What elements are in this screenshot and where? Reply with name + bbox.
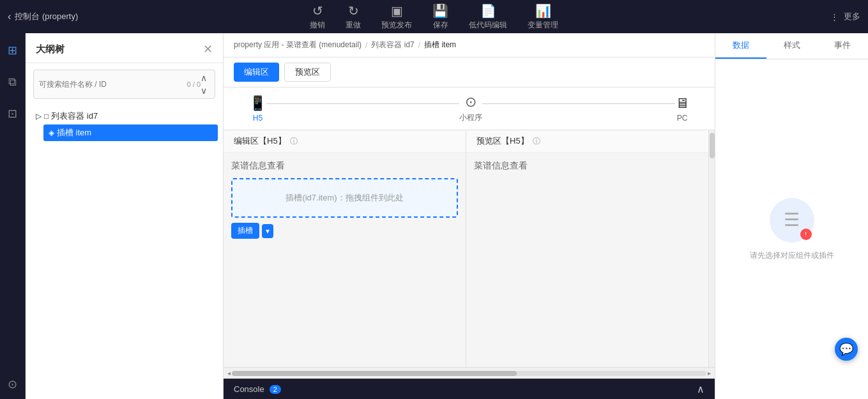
device-pc-label: PC — [677, 114, 688, 123]
outline-panel: 大纲树 ✕ 0 / 0 ∧ ∨ ▷ □ 列表容器 id7 ◈ 插槽 item — [26, 33, 224, 399]
outline-search[interactable]: 0 / 0 ∧ ∨ — [33, 70, 215, 99]
scrollbar-h-thumb — [232, 371, 517, 376]
lowcode-label: 低代码编辑 — [469, 20, 507, 31]
console-badge: 2 — [270, 385, 281, 394]
scrollbar-thumb — [710, 133, 715, 158]
empty-badge: ! — [800, 229, 812, 240]
lowcode-button[interactable]: 📄 低代码编辑 — [469, 3, 507, 31]
search-nav-down[interactable]: ∨ — [201, 86, 207, 96]
search-nav: ∧ ∨ — [201, 73, 209, 96]
undo-icon: ↺ — [312, 3, 323, 19]
scroll-right-arrow[interactable]: ▸ — [706, 370, 712, 377]
redo-label: 重做 — [346, 20, 361, 31]
slot-drop-area[interactable]: 插槽(id7.item)：拖拽组件到此处 — [231, 178, 458, 218]
empty-icon-inner: ☰ — [784, 209, 800, 230]
main-layout: ⊞ ⧉ ⊡ ⊙ 大纲树 ✕ 0 / 0 ∧ ∨ ▷ □ 列表容器 id7 ◈ — [0, 33, 868, 399]
device-miniapp-label: 小程序 — [459, 112, 482, 123]
more-icon: ⋮ — [830, 12, 839, 22]
editor-right-body: 菜谱信息查看 — [466, 153, 708, 367]
editor-scrollbar[interactable] — [708, 130, 715, 367]
float-chat-button[interactable]: 💬 — [835, 338, 858, 361]
breadcrumb-list[interactable]: 列表容器 id7 — [371, 40, 414, 50]
breadcrumb-slot: 插槽 item — [424, 40, 456, 50]
variable-label: 变量管理 — [528, 20, 558, 31]
device-connector-1 — [266, 103, 459, 104]
preview-publish-label: 预览发布 — [381, 20, 412, 31]
editor-right-header: 预览区【H5】 ⓘ — [466, 130, 708, 153]
search-input[interactable] — [39, 80, 187, 89]
app-title: 控制台 (property) — [15, 11, 78, 22]
editor-left-pane: 编辑区【H5】 ⓘ 菜谱信息查看 插槽(id7.item)：拖拽组件到此处 插槽… — [224, 130, 466, 367]
action-buttons: 编辑区 预览区 — [224, 57, 715, 87]
editor-right-info-icon[interactable]: ⓘ — [533, 136, 540, 147]
empty-state-icon: ☰ ! — [770, 198, 814, 243]
editor-wrapper: 编辑区【H5】 ⓘ 菜谱信息查看 插槽(id7.item)：拖拽组件到此处 插槽… — [224, 130, 715, 367]
more-button[interactable]: ⋮ 更多 — [830, 11, 860, 22]
tree-slot-label: 插槽 item — [57, 127, 213, 139]
preview-publish-icon: ▣ — [391, 3, 403, 19]
tree-item-list-container[interactable]: ▷ □ 列表容器 id7 — [31, 108, 218, 124]
save-button[interactable]: 💾 保存 — [432, 3, 448, 31]
outline-close-button[interactable]: ✕ — [203, 42, 213, 56]
sidebar-icon-component[interactable]: ⊞ — [5, 41, 20, 60]
editor-page-title: 菜谱信息查看 — [231, 160, 458, 172]
scroll-left-arrow[interactable]: ◂ — [226, 370, 232, 377]
device-h5-icon: 📱 — [249, 95, 266, 112]
device-connector-2 — [482, 103, 675, 104]
editor-left-header: 编辑区【H5】 ⓘ — [224, 130, 466, 153]
tree-item-label: 列表容器 id7 — [51, 110, 213, 122]
editor-left-body: 菜谱信息查看 插槽(id7.item)：拖拽组件到此处 插槽 ▾ — [224, 153, 466, 367]
outline-title: 大纲树 — [36, 43, 65, 56]
device-pc-icon: 🖥 — [675, 95, 689, 112]
outline-header: 大纲树 ✕ — [26, 33, 223, 63]
editor-left-info-icon[interactable]: ⓘ — [290, 136, 298, 147]
save-label: 保存 — [433, 20, 448, 31]
undo-button[interactable]: ↺ 撤销 — [310, 3, 325, 31]
redo-button[interactable]: ↻ 重做 — [346, 3, 361, 31]
tree-expand-icon: ▷ — [36, 112, 42, 121]
top-toolbar: ‹ 控制台 (property) ↺ 撤销 ↻ 重做 ▣ 预览发布 💾 保存 📄… — [0, 0, 868, 33]
outline-tree: ▷ □ 列表容器 id7 ◈ 插槽 item — [26, 105, 223, 399]
variable-button[interactable]: 📊 变量管理 — [528, 3, 558, 31]
preview-publish-button[interactable]: ▣ 预览发布 — [381, 3, 412, 31]
tab-event[interactable]: 事件 — [817, 33, 868, 59]
device-selector: 📱 H5 ⊙ 小程序 🖥 PC — [224, 87, 715, 130]
horizontal-scrollbar[interactable]: ◂ ▸ — [224, 367, 715, 379]
tab-style[interactable]: 样式 — [766, 33, 818, 59]
search-nav-up[interactable]: ∧ — [201, 73, 207, 83]
preview-page-title: 菜谱信息查看 — [474, 160, 701, 172]
tree-item-slot-item[interactable]: ◈ 插槽 item — [43, 124, 218, 141]
tree-component-icon: □ — [44, 112, 49, 121]
edit-area-button[interactable]: 编辑区 — [234, 63, 279, 82]
right-panel-tabs: 数据 样式 事件 — [715, 33, 868, 59]
sidebar-icons: ⊞ ⧉ ⊡ ⊙ — [0, 33, 26, 399]
sidebar-icon-layers[interactable]: ⧉ — [6, 73, 19, 91]
back-button[interactable]: ‹ 控制台 (property) — [8, 11, 78, 22]
slot-label-button[interactable]: 插槽 — [231, 223, 259, 239]
variable-icon: 📊 — [535, 3, 551, 19]
undo-label: 撤销 — [310, 20, 325, 31]
more-label: 更多 — [844, 11, 860, 22]
device-miniapp[interactable]: ⊙ 小程序 — [459, 94, 482, 123]
slot-dropdown-button[interactable]: ▾ — [262, 224, 273, 238]
sidebar-icon-settings[interactable]: ⊙ — [5, 375, 20, 399]
console-bar[interactable]: Console 2 ∧ — [224, 379, 715, 399]
float-chat-icon: 💬 — [839, 342, 853, 356]
device-h5[interactable]: 📱 H5 — [249, 95, 266, 123]
device-miniapp-icon: ⊙ — [465, 94, 476, 110]
redo-icon: ↻ — [348, 3, 359, 19]
breadcrumb-app[interactable]: property 应用 - 菜谱查看 (menudetail) — [234, 40, 362, 50]
console-label: Console — [234, 384, 264, 394]
back-icon: ‹ — [8, 11, 11, 22]
scrollbar-track[interactable] — [232, 371, 706, 376]
lowcode-icon: 📄 — [480, 3, 496, 19]
tab-data[interactable]: 数据 — [715, 33, 766, 59]
preview-area-button[interactable]: 预览区 — [284, 63, 331, 82]
tree-slot-icon: ◈ — [49, 128, 54, 137]
breadcrumb-sep-1: / — [365, 41, 367, 50]
toolbar-center: ↺ 撤销 ↻ 重做 ▣ 预览发布 💾 保存 📄 低代码编辑 📊 变量管理 — [310, 3, 558, 31]
editor-right-pane: 预览区【H5】 ⓘ 菜谱信息查看 — [466, 130, 708, 367]
sidebar-icon-data[interactable]: ⊡ — [5, 104, 20, 123]
device-pc[interactable]: 🖥 PC — [675, 95, 689, 123]
empty-state-text: 请先选择对应组件或插件 — [750, 250, 834, 261]
